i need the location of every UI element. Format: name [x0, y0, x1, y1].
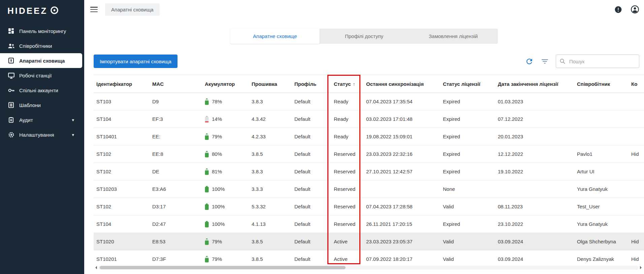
cell-battery: 79%	[202, 128, 249, 145]
column-header-6[interactable]: Остання синхронізація	[363, 75, 440, 93]
sidebar-item-dashboard[interactable]: Панель моніторингу	[0, 24, 84, 38]
table-body: ST103D978%3.8.3DefaultReady07.04.2023 17…	[94, 93, 644, 265]
sidebar-item-employees[interactable]: Співробітники	[0, 38, 84, 53]
cell-battery: 78%	[202, 93, 249, 110]
battery-icon	[205, 168, 209, 175]
filter-icon[interactable]	[540, 57, 549, 66]
column-header-4[interactable]: Профіль	[292, 75, 331, 93]
column-header-10[interactable]: Ко	[629, 75, 644, 93]
cell-mac: D3:17	[150, 198, 202, 215]
search-box[interactable]	[556, 55, 639, 68]
scroll-right-arrow-icon[interactable]	[640, 266, 643, 269]
sidebar-item-templates[interactable]: Шаблони	[0, 98, 84, 112]
column-header-9[interactable]: Співробітник	[574, 75, 629, 93]
cell-identifier: ST102	[94, 163, 150, 180]
cell-mac: EE:8	[150, 145, 202, 163]
cell-profile: Default	[292, 145, 331, 163]
table-row[interactable]: ST10201D7:3F79%3.8.5DefaultActive07.09.2…	[94, 250, 644, 265]
main-area: Апаратні сховища Апаратне сховищеПрофілі…	[84, 0, 644, 274]
cell-profile: Default	[292, 93, 331, 110]
cell-status: Reserved	[331, 198, 363, 215]
table-row[interactable]: ST102EE:880%3.8.5DefaultReserved23.03.20…	[94, 145, 644, 163]
table-row[interactable]: ST10401EE:79%4.2.33DefaultReady19.08.202…	[94, 128, 644, 145]
search-icon	[559, 58, 566, 64]
table-row[interactable]: ST10203E3:A6100%3.3.3DefaultReservedNone…	[94, 180, 644, 198]
sidebar-item-hardware-vaults[interactable]: Апаратні сховища	[0, 53, 82, 68]
table-row[interactable]: ST104D2:47100%4.1.13DefaultReserved26.11…	[94, 215, 644, 233]
cell-battery: 100%	[202, 215, 249, 233]
table-row[interactable]: ST102DE81%3.8.3DefaultReserved27.10.2021…	[94, 163, 644, 180]
tab-0[interactable]: Апаратне сховище	[230, 29, 320, 44]
cell-profile: Default	[292, 215, 331, 233]
cell-license-expiry: 19.10.2022	[495, 163, 574, 180]
column-header-5[interactable]: Статус↑	[331, 75, 363, 93]
scroll-thumb[interactable]	[100, 266, 346, 269]
column-header-7[interactable]: Статус ліцензії	[440, 75, 495, 93]
cell-identifier: ST102	[94, 145, 150, 163]
cell-last-sync: 26.11.2021 17:20:15	[363, 215, 440, 233]
scroll-left-arrow-icon[interactable]	[94, 266, 97, 269]
column-header-0[interactable]: Ідентифікатор	[94, 75, 150, 93]
table-row[interactable]: ST103D978%3.8.3DefaultReady07.04.2023 17…	[94, 93, 644, 110]
sidebar-item-label: Шаблони	[19, 102, 41, 108]
alert-icon[interactable]	[614, 5, 622, 14]
cell-extra	[629, 198, 644, 215]
cell-status: Ready	[331, 110, 363, 128]
horizontal-scrollbar[interactable]	[94, 266, 643, 270]
battery-icon	[205, 133, 209, 140]
import-vaults-button[interactable]: Імпортувати апаратні сховища	[94, 55, 178, 68]
cell-identifier: ST10201	[94, 250, 150, 265]
battery-percent: 100%	[212, 186, 225, 192]
cell-license-status: Valid	[440, 250, 495, 265]
battery-percent: 79%	[212, 256, 222, 262]
sort-arrow-icon: ↑	[353, 81, 355, 87]
cell-mac: E3:A6	[150, 180, 202, 198]
table-header-row: ІдентифікаторMACАкумуляторПрошивкаПрофіл…	[94, 75, 644, 93]
cell-last-sync: 23.03.2023 22:32:16	[363, 145, 440, 163]
tab-1[interactable]: Профілі доступу	[320, 29, 409, 44]
table-row[interactable]: ST102D3:17100%5.3.32DefaultReserved07.04…	[94, 198, 644, 215]
cell-employee: Artur UI	[574, 163, 629, 180]
column-header-3[interactable]: Прошивка	[249, 75, 292, 93]
tab-2[interactable]: Замовлення ліцензій	[409, 29, 498, 44]
cell-identifier: ST102	[94, 198, 150, 215]
cell-extra	[629, 180, 644, 198]
cell-profile: Default	[292, 110, 331, 128]
sidebar-item-settings[interactable]: Налаштування▾	[0, 127, 84, 142]
search-input[interactable]	[569, 58, 636, 65]
cell-last-sync	[363, 180, 440, 198]
cell-license-status: Expired	[440, 163, 495, 180]
cell-firmware: 4.3.42	[249, 110, 292, 128]
sidebar-item-audit[interactable]: Аудит▾	[0, 112, 84, 127]
toolbar: Імпортувати апаратні сховища	[94, 55, 639, 68]
cell-identifier: ST10401	[94, 128, 150, 145]
column-header-8[interactable]: Дата закінчення ліцензії	[495, 75, 574, 93]
scroll-track[interactable]	[98, 266, 639, 270]
cell-employee	[574, 110, 629, 128]
tabs: Апаратне сховищеПрофілі доступуЗамовленн…	[230, 29, 498, 44]
cell-last-sync: 19.08.2022 15:09:01	[363, 128, 440, 145]
cell-battery: 79%	[202, 233, 249, 250]
hamburger-icon[interactable]	[90, 7, 98, 12]
sidebar-item-label: Робочі станції	[19, 73, 52, 78]
sidebar-item-shared-accounts[interactable]: Спільні аккаунти	[0, 83, 84, 98]
cell-status: Active	[331, 250, 363, 265]
cell-employee: Olga Shcherbyna	[574, 233, 629, 250]
sidebar-item-workstations[interactable]: Робочі станції	[0, 68, 84, 83]
refresh-icon[interactable]	[525, 57, 534, 66]
battery-percent: 100%	[212, 221, 225, 227]
account-icon[interactable]	[631, 5, 639, 14]
cell-license-expiry: 08.11.2023	[495, 198, 574, 215]
column-header-2[interactable]: Акумулятор	[202, 75, 249, 93]
cell-license-status: Expired	[440, 128, 495, 145]
column-header-1[interactable]: MAC	[150, 75, 202, 93]
battery-icon	[205, 186, 209, 193]
table-row[interactable]: ST1020E8:5379%3.8.5DefaultActive23.03.20…	[94, 233, 644, 250]
battery-icon	[205, 116, 209, 123]
table-row[interactable]: ST104EF:314%4.3.42DefaultReady03.02.2023…	[94, 110, 644, 128]
cell-license-expiry: 07.12.2022	[495, 110, 574, 128]
cell-license-expiry: 23.10.2022	[495, 215, 574, 233]
cell-last-sync: 07.04.2023 17:28:58	[363, 198, 440, 215]
content: Апаратне сховищеПрофілі доступуЗамовленн…	[84, 19, 644, 274]
battery-percent: 79%	[212, 239, 222, 244]
